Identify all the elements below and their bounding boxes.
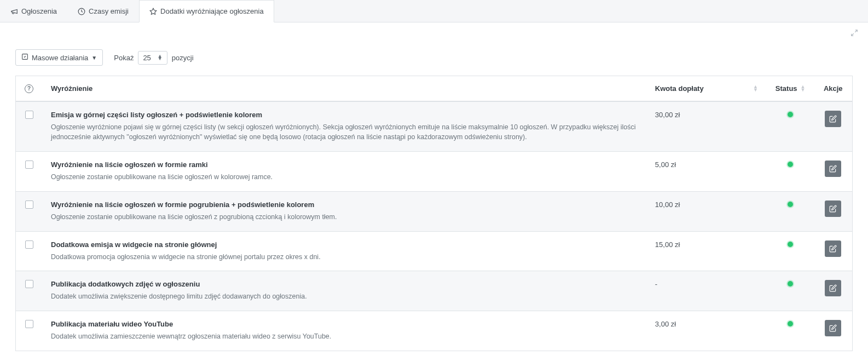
tab-label: Czasy emisji <box>89 7 129 15</box>
content-panel: Masowe działania ▼ Pokaż 25 ▲▼ pozycji ? <box>0 22 868 361</box>
page-size-value: 25 <box>143 54 151 62</box>
row-amount: 30,00 zł <box>646 101 767 152</box>
edit-icon <box>829 205 837 213</box>
clock-icon <box>78 8 85 15</box>
col-header-highlight[interactable]: Wyróżnienie <box>42 76 646 101</box>
status-active-icon <box>788 162 793 167</box>
row-actions <box>814 191 853 231</box>
status-active-icon <box>788 242 793 247</box>
row-actions <box>814 101 853 152</box>
svg-line-2 <box>855 30 857 32</box>
status-active-icon <box>788 321 793 326</box>
table-row: Emisja w górnej części listy ogłoszeń + … <box>16 101 853 152</box>
edit-button[interactable] <box>825 240 841 257</box>
toolbar: Masowe działania ▼ Pokaż 25 ▲▼ pozycji <box>0 38 868 76</box>
row-main-cell: Wyróżnienie na liście ogłoszeń w formie … <box>42 152 646 192</box>
row-actions <box>814 311 853 351</box>
edit-icon <box>829 324 837 332</box>
megaphone-icon <box>10 8 18 15</box>
row-title: Publikacja materiału wideo YouTube <box>51 320 638 328</box>
row-main-cell: Publikacja dodatkowych zdjęć w ogłoszeni… <box>42 271 646 311</box>
svg-marker-1 <box>150 8 157 14</box>
row-checkbox-cell <box>16 101 43 152</box>
row-status <box>767 231 814 271</box>
page-size-control: Pokaż 25 ▲▼ pozycji <box>114 51 193 65</box>
row-checkbox-cell <box>16 271 43 311</box>
tab-label: Dodatki wyróżniające ogłoszenia <box>160 7 264 15</box>
caret-down-icon: ▼ <box>91 55 97 61</box>
row-title: Emisja w górnej części listy ogłoszeń + … <box>51 111 638 119</box>
status-active-icon <box>788 281 793 286</box>
edit-icon <box>829 115 837 123</box>
row-checkbox[interactable] <box>25 161 33 169</box>
edit-icon <box>829 284 837 292</box>
row-main-cell: Wyróżnienie na liście ogłoszeń w formie … <box>42 191 646 231</box>
svg-line-3 <box>852 33 854 36</box>
row-checkbox-cell <box>16 231 43 271</box>
edit-icon <box>829 165 837 173</box>
row-checkbox[interactable] <box>25 320 33 328</box>
bulk-actions-button[interactable]: Masowe działania ▼ <box>15 49 103 66</box>
row-title: Dodatkowa emisja w widgecie na stronie g… <box>51 240 638 249</box>
row-checkbox-cell <box>16 152 43 192</box>
row-title: Wyróżnienie na liście ogłoszeń w formie … <box>51 200 638 209</box>
row-title: Wyróżnienie na liście ogłoszeń w formie … <box>51 161 638 169</box>
row-checkbox[interactable] <box>25 240 33 249</box>
bulk-actions-label: Masowe działania <box>32 54 88 62</box>
tab-emission-times[interactable]: Czasy emisji <box>67 0 139 22</box>
row-description: Dodatek umożliwia zwiększenie dostępnego… <box>51 291 638 302</box>
tab-highlight-addons[interactable]: Dodatki wyróżniające ogłoszenia <box>139 0 274 22</box>
col-header-amount[interactable]: Kwota dopłaty ▲▼ <box>646 76 767 101</box>
row-main-cell: Emisja w górnej części listy ogłoszeń + … <box>42 101 646 152</box>
row-amount: 15,00 zł <box>646 231 767 271</box>
col-header-status[interactable]: Status ▲▼ <box>767 76 814 101</box>
row-checkbox[interactable] <box>25 111 33 119</box>
table-row: Publikacja dodatkowych zdjęć w ogłoszeni… <box>16 271 853 311</box>
row-status <box>767 311 814 351</box>
row-checkbox-cell <box>16 311 43 351</box>
col-header-help: ? <box>16 76 43 101</box>
status-active-icon <box>788 202 793 207</box>
row-checkbox[interactable] <box>25 280 33 288</box>
row-amount: - <box>646 271 767 311</box>
row-actions <box>814 271 853 311</box>
table-row: Wyróżnienie na liście ogłoszeń w formie … <box>16 191 853 231</box>
row-checkbox[interactable] <box>25 200 33 209</box>
row-main-cell: Publikacja materiału wideo YouTubeDodate… <box>42 311 646 351</box>
col-header-actions: Akcje <box>814 76 853 101</box>
row-amount: 10,00 zł <box>646 191 767 231</box>
row-title: Publikacja dodatkowych zdjęć w ogłoszeni… <box>51 280 638 288</box>
edit-button[interactable] <box>825 200 841 217</box>
help-icon[interactable]: ? <box>25 84 33 93</box>
table-row: Wyróżnienie na liście ogłoszeń w formie … <box>16 152 853 192</box>
expand-icon[interactable] <box>850 29 858 38</box>
show-label: Pokaż <box>114 54 134 62</box>
checkbox-icon <box>21 53 28 62</box>
sort-arrows-icon: ▲▼ <box>753 85 758 91</box>
tab-announcements[interactable]: Ogłoszenia <box>0 0 67 22</box>
row-status <box>767 191 814 231</box>
row-description: Ogłoszenie zostanie opublikowane na liśc… <box>51 172 638 182</box>
edit-button[interactable] <box>825 161 841 177</box>
row-description: Ogłoszenie wyróżnione pojawi się w górne… <box>51 122 638 143</box>
table-row: Publikacja materiału wideo YouTubeDodate… <box>16 311 853 351</box>
status-active-icon <box>788 112 793 117</box>
row-checkbox-cell <box>16 191 43 231</box>
page-size-select[interactable]: 25 ▲▼ <box>138 51 167 65</box>
row-description: Dodatek umożliwia zamieszczenie wewnątrz… <box>51 331 638 342</box>
row-amount: 3,00 zł <box>646 311 767 351</box>
select-arrows-icon: ▲▼ <box>158 55 163 60</box>
row-amount: 5,00 zł <box>646 152 767 192</box>
row-description: Dodatkowa promocja ogłoszenia w widgecie… <box>51 252 638 262</box>
addons-table: ? Wyróżnienie Kwota dopłaty ▲▼ Status <box>15 76 853 351</box>
table-row: Dodatkowa emisja w widgecie na stronie g… <box>16 231 853 271</box>
row-main-cell: Dodatkowa emisja w widgecie na stronie g… <box>42 231 646 271</box>
tab-label: Ogłoszenia <box>21 7 57 15</box>
row-status <box>767 152 814 192</box>
edit-icon <box>829 245 837 253</box>
edit-button[interactable] <box>825 111 841 127</box>
edit-button[interactable] <box>825 320 841 336</box>
row-status <box>767 271 814 311</box>
row-actions <box>814 152 853 192</box>
edit-button[interactable] <box>825 280 841 296</box>
